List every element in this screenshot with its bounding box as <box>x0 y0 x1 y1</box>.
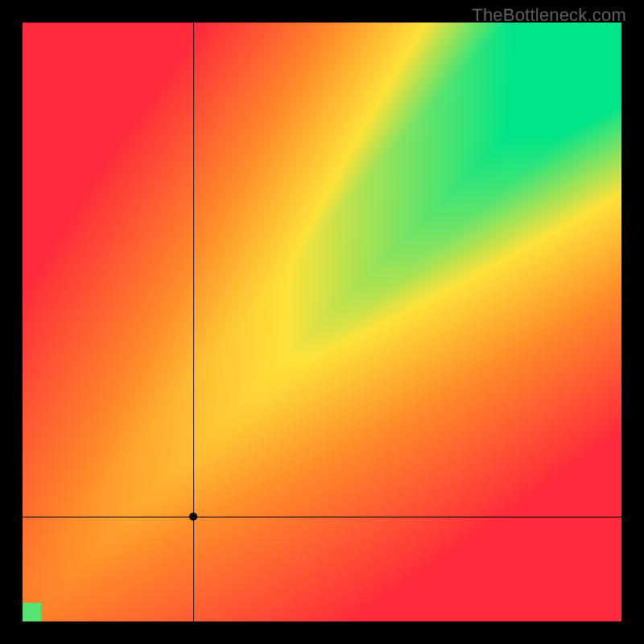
plot-area <box>23 23 621 621</box>
chart-container: TheBottleneck.com <box>0 0 644 644</box>
watermark-label: TheBottleneck.com <box>472 5 626 26</box>
heatmap-canvas <box>23 23 621 621</box>
